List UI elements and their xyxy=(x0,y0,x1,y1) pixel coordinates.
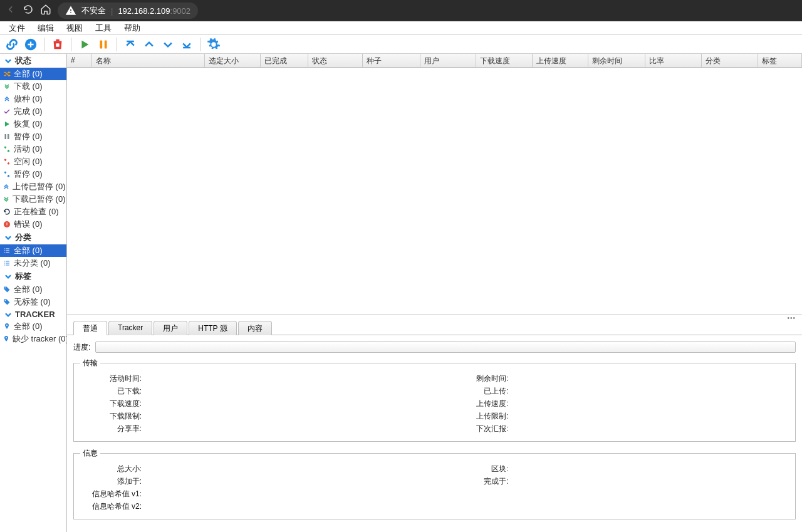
sidebar-status-item-7[interactable]: 空闲 (0) xyxy=(0,155,66,168)
info-label: 添加于: xyxy=(80,475,143,488)
sidebar-status-item-4[interactable]: 恢复 (0) xyxy=(0,118,66,130)
sidebar-status-item-11[interactable]: 正在检查 (0) xyxy=(0,206,66,218)
svg-rect-8 xyxy=(7,226,8,226)
panel-resize-handle[interactable] xyxy=(67,315,802,320)
sidebar-status-item-10[interactable]: 下载已暂停 (0) xyxy=(0,193,66,206)
svg-point-11 xyxy=(6,325,8,326)
menu-file[interactable]: 文件 xyxy=(3,21,31,35)
move-down-button[interactable] xyxy=(160,36,176,53)
sidebar-tracker-header[interactable]: TRACKER xyxy=(0,308,66,320)
add-link-button[interactable] xyxy=(4,36,20,53)
transfer-label: 分享率: xyxy=(80,422,143,435)
transfer-label: 已上传: xyxy=(447,385,510,397)
reload-icon[interactable] xyxy=(23,4,34,18)
back-icon[interactable] xyxy=(5,4,16,18)
menu-view[interactable]: 视图 xyxy=(60,21,89,35)
sidebar-item-label: 上传已暂停 (0) xyxy=(13,181,66,192)
column-header-7[interactable]: 下载速度 xyxy=(476,54,533,67)
column-header-3[interactable]: 已完成 xyxy=(261,54,308,67)
transfer-value xyxy=(510,372,789,385)
pause-button[interactable] xyxy=(95,36,112,53)
transfer-label: 上传限制: xyxy=(447,410,510,422)
info-value xyxy=(510,462,789,475)
transfer-label: 下载速度: xyxy=(80,397,143,410)
column-header-12[interactable]: 标签 xyxy=(758,54,802,67)
table-body[interactable] xyxy=(67,68,802,315)
sidebar-item-label: 全部 (0) xyxy=(14,245,43,256)
column-header-5[interactable]: 种子 xyxy=(363,54,420,67)
info-value xyxy=(510,475,789,488)
add-torrent-button[interactable] xyxy=(23,36,39,53)
resume-button[interactable] xyxy=(76,36,93,53)
tab-peers[interactable]: 用户 xyxy=(154,321,187,335)
info-legend: 信息 xyxy=(80,448,100,459)
settings-button[interactable] xyxy=(206,36,222,53)
tag-icon xyxy=(3,286,11,293)
column-header-9[interactable]: 剩余时间 xyxy=(588,54,646,67)
transfer-label: 下载限制: xyxy=(80,410,143,422)
sidebar-category-header[interactable]: 分类 xyxy=(0,231,66,244)
column-header-0[interactable]: # xyxy=(67,54,92,67)
sidebar-status-header[interactable]: 状态 xyxy=(0,54,66,68)
up-icon xyxy=(3,95,11,103)
column-header-1[interactable]: 名称 xyxy=(92,54,205,67)
sidebar-status-item-3[interactable]: 完成 (0) xyxy=(0,105,66,118)
sidebar-tracker-item-0[interactable]: 全部 (0) xyxy=(0,320,66,333)
sidebar-status-item-9[interactable]: 上传已暂停 (0) xyxy=(0,180,66,193)
sidebar-item-label: 全部 (0) xyxy=(14,68,43,80)
column-header-2[interactable]: 选定大小 xyxy=(205,54,261,67)
tab-content[interactable]: 内容 xyxy=(238,321,272,335)
sidebar-item-label: 空闲 (0) xyxy=(14,156,43,167)
sidebar-tags-header[interactable]: 标签 xyxy=(0,269,66,283)
menu-edit[interactable]: 编辑 xyxy=(31,21,60,35)
sidebar-status-item-1[interactable]: 下载 (0) xyxy=(0,80,66,93)
progress-label: 进度: xyxy=(73,342,90,353)
info-label: 完成于: xyxy=(447,475,510,488)
transfer-label: 剩余时间: xyxy=(447,372,510,385)
transfer-label: 下次汇报: xyxy=(447,422,510,435)
menu-help[interactable]: 帮助 xyxy=(118,21,147,35)
move-up-button[interactable] xyxy=(141,36,157,53)
transfer-label: 已下载: xyxy=(80,385,143,397)
transfer-value xyxy=(143,410,422,422)
tab-tracker[interactable]: Tracker xyxy=(108,321,152,335)
sidebar-status-item-6[interactable]: 活动 (0) xyxy=(0,143,66,155)
svg-rect-1 xyxy=(56,43,60,47)
sidebar-tags-item-0[interactable]: 全部 (0) xyxy=(0,283,66,296)
transfer-value xyxy=(510,397,789,410)
sidebar-status-item-0[interactable]: 全部 (0) xyxy=(0,68,66,80)
sidebar-tags-label: 标签 xyxy=(15,271,31,282)
column-header-4[interactable]: 状态 xyxy=(308,54,363,67)
address-host: 192.168.2.109 xyxy=(118,6,170,16)
sidebar: 状态 全部 (0)下载 (0)做种 (0)完成 (0)恢复 (0)暂停 (0)活… xyxy=(0,54,67,532)
info-label: 信息哈希值 v2: xyxy=(80,500,143,513)
menu-tools[interactable]: 工具 xyxy=(89,21,118,35)
sidebar-tracker-item-1[interactable]: 缺少 tracker (0) xyxy=(0,333,66,345)
address-bar[interactable]: 不安全 | 192.168.2.109:9002 xyxy=(58,3,198,19)
content-area: #名称选定大小已完成状态种子用户下载速度上传速度剩余时间比率分类标签 普通 Tr… xyxy=(67,54,802,532)
sidebar-item-label: 全部 (0) xyxy=(14,284,43,295)
info-fieldset: 信息 总大小:区块:添加于:完成于: 信息哈希值 v1:信息哈希值 v2: xyxy=(73,448,796,519)
move-bottom-button[interactable] xyxy=(179,36,195,53)
transfer-value xyxy=(143,385,422,397)
sidebar-category-item-0[interactable]: 全部 (0) xyxy=(0,244,66,257)
sidebar-category-item-1[interactable]: 未分类 (0) xyxy=(0,257,66,269)
delete-button[interactable] xyxy=(49,36,66,53)
home-icon[interactable] xyxy=(40,4,51,18)
tab-general[interactable]: 普通 xyxy=(73,321,107,335)
sidebar-status-item-12[interactable]: 错误 (0) xyxy=(0,218,66,231)
check-icon xyxy=(3,108,11,115)
sidebar-status-item-2[interactable]: 做种 (0) xyxy=(0,93,66,105)
column-header-6[interactable]: 用户 xyxy=(420,54,476,67)
column-header-10[interactable]: 比率 xyxy=(645,54,702,67)
browser-bar: 不安全 | 192.168.2.109:9002 xyxy=(0,0,802,21)
sidebar-status-item-8[interactable]: 暂停 (0) xyxy=(0,168,66,180)
column-header-8[interactable]: 上传速度 xyxy=(533,54,588,67)
move-top-button[interactable] xyxy=(122,36,138,53)
sidebar-tracker-label: TRACKER xyxy=(15,310,55,319)
sidebar-tags-item-1[interactable]: 无标签 (0) xyxy=(0,296,66,308)
sidebar-status-item-5[interactable]: 暂停 (0) xyxy=(0,130,66,143)
updown-icon xyxy=(3,145,11,153)
tab-http-sources[interactable]: HTTP 源 xyxy=(189,321,236,335)
column-header-11[interactable]: 分类 xyxy=(702,54,758,67)
